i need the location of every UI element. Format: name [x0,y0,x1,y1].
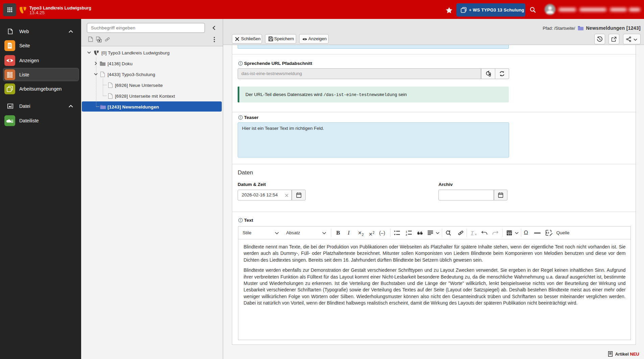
svg-text:2: 2 [406,233,407,236]
svg-text:1: 1 [406,230,407,233]
